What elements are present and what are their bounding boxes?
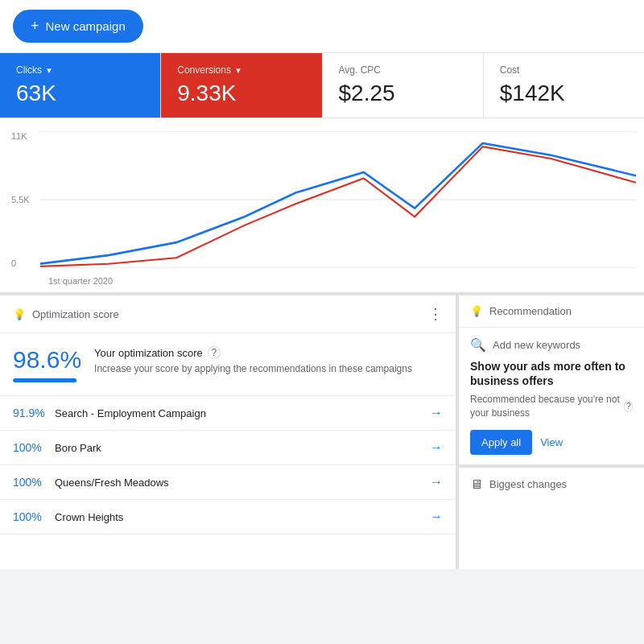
score-title: Your optimization score ? (94, 346, 412, 359)
metric-clicks-value: 63K (16, 80, 144, 106)
chevron-down-icon: ▼ (45, 66, 53, 75)
y-label-top: 11K (11, 131, 30, 141)
chart-y-labels: 11K 5.5K 0 (11, 131, 30, 268)
rec-keyword-label: Add new keywords (493, 339, 580, 351)
campaign-pct: 91.9% (13, 407, 55, 419)
recommendation-body: 🔍 Add new keywords Show your ads more of… (459, 328, 644, 464)
new-campaign-button[interactable]: + New campaign (13, 10, 143, 43)
right-panel: 💡 Recommendation 🔍 Add new keywords Show… (459, 295, 644, 569)
rec-title: Show your ads more often to business off… (470, 359, 633, 388)
metric-clicks[interactable]: Clicks ▼ 63K (0, 53, 161, 118)
metric-cost-label: Cost (500, 64, 628, 76)
bulb-icon: 💡 (13, 308, 26, 320)
campaign-item[interactable]: 100% Boro Park → (0, 431, 456, 465)
campaign-list: 91.9% Search - Employment Campaign → 100… (0, 396, 456, 569)
opt-score-section: 98.6% Your optimization score ? Increase… (0, 333, 456, 396)
arrow-right-icon: → (430, 406, 443, 420)
recommendation-label: Recommendation (489, 305, 572, 317)
metrics-row: Clicks ▼ 63K Conversions ▼ 9.33K Avg. CP… (0, 53, 644, 118)
campaign-item[interactable]: 100% Crown Heights → (0, 500, 456, 535)
big-score-wrap: 98.6% (13, 346, 81, 382)
help-icon-rec: ? (624, 401, 633, 412)
optimization-header-left: 💡 Optimization score (13, 308, 119, 320)
new-campaign-label: New campaign (46, 19, 126, 33)
view-button[interactable]: View (540, 436, 563, 448)
chevron-down-icon: ▼ (234, 66, 242, 75)
arrow-right-icon: → (430, 510, 443, 524)
metric-cost: Cost $142K (484, 53, 644, 118)
metric-clicks-label: Clicks ▼ (16, 64, 144, 76)
metric-avg-cpc-label: Avg. CPC (339, 64, 467, 76)
rec-keyword-row: 🔍 Add new keywords (470, 337, 633, 353)
dots-menu-icon[interactable]: ⋮ (428, 305, 443, 323)
bulb-icon-rec: 💡 (470, 305, 483, 317)
campaign-item[interactable]: 91.9% Search - Employment Campaign → (0, 396, 456, 431)
recommendation-section: 💡 Recommendation 🔍 Add new keywords Show… (459, 295, 644, 468)
campaign-item[interactable]: 100% Queens/Fresh Meadows → (0, 465, 456, 500)
campaign-name: Crown Heights (55, 511, 430, 523)
arrow-right-icon: → (430, 440, 443, 455)
rec-actions: Apply all View (470, 430, 633, 455)
help-icon: ? (208, 346, 221, 359)
optimization-header: 💡 Optimization score ⋮ (0, 295, 456, 333)
campaign-name: Boro Park (55, 442, 430, 454)
big-score: 98.6% (13, 346, 81, 374)
biggest-changes-section: 🖥 Biggest changes (459, 468, 644, 502)
optimization-label: Optimization score (32, 308, 119, 320)
plus-icon: + (31, 18, 39, 35)
search-icon-orange: 🔍 (470, 337, 486, 353)
bottom-section: 💡 Optimization score ⋮ 98.6% Your optimi… (0, 295, 644, 569)
campaign-pct: 100% (13, 441, 55, 454)
biggest-changes-label: Biggest changes (489, 478, 567, 490)
chart-svg (40, 131, 636, 268)
biggest-changes-header: 🖥 Biggest changes (470, 477, 633, 492)
rec-subtitle: Recommended because you're not your busi… (470, 393, 633, 420)
campaign-name: Queens/Fresh Meadows (55, 477, 430, 489)
metric-cost-value: $142K (500, 80, 628, 106)
campaign-pct: 100% (13, 510, 55, 523)
score-bar-wrap (13, 378, 81, 382)
recommendation-header: 💡 Recommendation (459, 295, 644, 328)
score-subtext: Increase your score by applying the reco… (94, 362, 412, 376)
y-label-mid: 5.5K (11, 195, 30, 204)
metric-avg-cpc: Avg. CPC $2.25 (323, 53, 484, 118)
chart-area: 11K 5.5K 0 1st quarter 2020 (0, 118, 644, 295)
metric-conversions[interactable]: Conversions ▼ 9.33K (161, 53, 322, 118)
campaign-name: Search - Employment Campaign (55, 407, 430, 419)
chart-x-label: 1st quarter 2020 (48, 276, 113, 286)
score-description: Your optimization score ? Increase your … (94, 346, 412, 376)
score-bar (13, 378, 77, 382)
score-bar-fill (13, 378, 76, 382)
arrow-right-icon: → (430, 475, 443, 489)
campaign-pct: 100% (13, 476, 55, 489)
monitor-icon: 🖥 (470, 477, 483, 492)
metric-avg-cpc-value: $2.25 (339, 80, 467, 106)
optimization-panel: 💡 Optimization score ⋮ 98.6% Your optimi… (0, 295, 459, 569)
apply-all-button[interactable]: Apply all (470, 430, 532, 455)
top-bar: + New campaign (0, 0, 644, 53)
metric-conversions-value: 9.33K (177, 80, 305, 106)
metric-conversions-label: Conversions ▼ (177, 64, 305, 76)
y-label-bottom: 0 (11, 258, 30, 268)
